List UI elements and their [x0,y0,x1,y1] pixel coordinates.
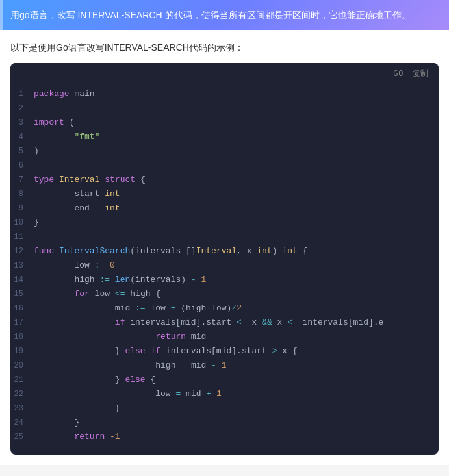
code-line: 13 low := 0 [10,258,439,273]
code-line: 14 high := len(intervals) - 1 [10,273,439,287]
banner-text: 用go语言，改写 INTERVAL-SEARCH 的代码，使得当所有区间都是开区… [10,10,411,20]
line-code: type Interval struct { [34,173,439,187]
line-code: for low <= high { [34,287,439,301]
line-code: } else { [34,373,439,387]
line-code: } [34,401,439,416]
line-code: } [34,216,439,230]
line-num: 18 [10,330,34,344]
code-line: 21 } else { [10,373,439,387]
line-num: 17 [10,316,34,330]
intro-text: 以下是使用Go语言改写INTERVAL-SEARCH代码的示例： [10,40,439,55]
code-line: 6 [10,158,439,173]
code-line: 24 } [10,416,439,430]
line-num: 19 [10,344,34,358]
code-line: 1 package main [10,87,439,101]
line-code: } else if intervals[mid].start > x { [34,344,439,358]
line-code: "fmt" [34,130,439,144]
code-line: 10 } [10,216,439,230]
line-code: start int [34,187,439,201]
line-num: 24 [10,416,34,430]
code-line: 9 end int [10,201,439,216]
line-code: if intervals[mid].start <= x && x <= int… [34,316,439,330]
code-line: 4 "fmt" [10,130,439,144]
code-line: 8 start int [10,187,439,201]
line-num: 9 [10,201,34,216]
line-num: 1 [10,87,34,101]
code-lang-label: GO [393,69,404,78]
code-line: 19 } else if intervals[mid].start > x { [10,344,439,358]
code-line: 16 mid := low + (high-low)/2 [10,301,439,316]
code-line: 17 if intervals[mid].start <= x && x <= … [10,316,439,330]
line-code: ) [34,144,439,158]
code-line: 18 return mid [10,330,439,344]
line-code: return mid [34,330,439,344]
code-line: 3 import ( [10,116,439,130]
line-num: 6 [10,158,34,173]
code-area: 1 package main 2 3 import ( 4 "fmt" [10,84,439,455]
line-num: 5 [10,144,34,158]
line-num: 16 [10,301,34,316]
copy-button[interactable]: 复制 [410,67,431,81]
line-num: 14 [10,273,34,287]
line-num: 22 [10,387,34,401]
code-line: 7 type Interval struct { [10,173,439,187]
line-code [34,230,439,244]
code-line: 15 for low <= high { [10,287,439,301]
code-line: 12 func IntervalSearch(intervals []Inter… [10,244,439,258]
main-content: 以下是使用Go语言改写INTERVAL-SEARCH代码的示例： GO 复制 1… [0,30,449,464]
line-num: 25 [10,430,34,444]
code-line: 23 } [10,401,439,416]
line-code: return -1 [34,430,439,444]
line-code: func IntervalSearch(intervals []Interval… [34,244,439,258]
line-code [34,101,439,116]
line-num: 7 [10,173,34,187]
line-code: import ( [34,116,439,130]
code-block-header: GO 复制 [10,63,439,84]
line-code: high = mid - 1 [34,358,439,373]
line-num: 12 [10,244,34,258]
line-num: 8 [10,187,34,201]
line-num: 20 [10,358,34,373]
line-code: mid := low + (high-low)/2 [34,301,439,316]
line-num: 3 [10,116,34,130]
line-num: 23 [10,401,34,416]
code-line: 25 return -1 [10,430,439,444]
line-num: 11 [10,230,34,244]
line-num: 21 [10,373,34,387]
description-banner: 用go语言，改写 INTERVAL-SEARCH 的代码，使得当所有区间都是开区… [0,0,449,30]
code-line: 2 [10,101,439,116]
line-code: high := len(intervals) - 1 [34,273,439,287]
line-num: 15 [10,287,34,301]
code-line: 20 high = mid - 1 [10,358,439,373]
line-code: package main [34,87,439,101]
line-code: low = mid + 1 [34,387,439,401]
line-num: 10 [10,216,34,230]
left-accent-bar [0,0,3,30]
line-code: } [34,416,439,430]
line-code: end int [34,201,439,216]
line-num: 4 [10,130,34,144]
code-block-wrapper: GO 复制 1 package main 2 3 import ( [10,63,439,455]
code-line: 11 [10,230,439,244]
line-num: 2 [10,101,34,116]
line-code: low := 0 [34,258,439,273]
code-line: 5 ) [10,144,439,158]
code-line: 22 low = mid + 1 [10,387,439,401]
line-code [34,158,439,173]
page-container: 用go语言，改写 INTERVAL-SEARCH 的代码，使得当所有区间都是开区… [0,0,449,465]
line-num: 13 [10,258,34,273]
